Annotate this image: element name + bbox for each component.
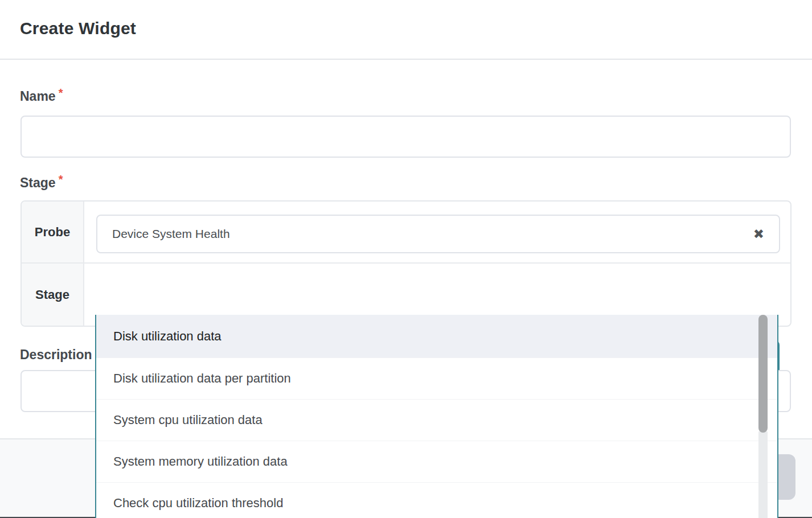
stage-table: Probe Device System Health ✖ Stage: [20, 200, 792, 327]
modal-header: Create Widget: [0, 0, 812, 60]
dropdown-option[interactable]: Disk utilization data per partition: [96, 357, 777, 399]
description-label: Description: [20, 347, 92, 363]
required-asterisk: *: [59, 173, 63, 186]
required-asterisk: *: [59, 87, 63, 99]
name-label-text: Name: [20, 89, 56, 104]
description-label-text: Description: [20, 347, 92, 362]
probe-row-label: Probe: [22, 202, 84, 262]
create-widget-modal: Create Widget Name* Stage* Probe Device …: [0, 0, 812, 518]
page-title: Create Widget: [20, 19, 136, 38]
dropdown-option[interactable]: System memory utilization data: [96, 441, 777, 482]
dropdown-option[interactable]: System cpu utilization data: [96, 399, 777, 441]
stage-label-text: Stage: [20, 175, 56, 190]
stage-row-label: Stage: [22, 264, 84, 326]
probe-row: Probe Device System Health ✖: [22, 202, 790, 264]
probe-select[interactable]: Device System Health ✖: [96, 215, 780, 253]
stage-dropdown-menu: Disk utilization data Disk utilization d…: [95, 315, 778, 518]
probe-selected-value: Device System Health: [112, 227, 753, 241]
dropdown-scrollbar-track[interactable]: [758, 431, 768, 518]
clear-icon[interactable]: ✖: [753, 228, 764, 241]
dropdown-option[interactable]: Check cpu utilization threshold: [96, 482, 777, 518]
dropdown-scrollbar-thumb[interactable]: [758, 315, 768, 433]
stage-label: Stage*: [20, 175, 63, 191]
name-label: Name*: [20, 89, 63, 104]
name-input[interactable]: [20, 116, 791, 158]
dropdown-option[interactable]: Disk utilization data: [96, 315, 777, 357]
